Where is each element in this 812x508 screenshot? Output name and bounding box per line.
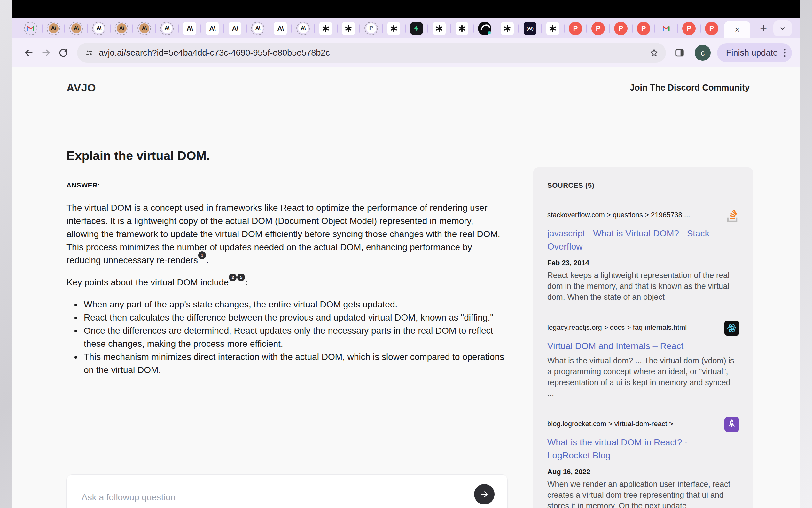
tab-divider — [337, 24, 338, 33]
browser-tab-asterisk[interactable] — [455, 18, 469, 38]
browser-tab-asterisk[interactable] — [341, 18, 356, 38]
bullet-item: React then calculates the difference bet… — [82, 311, 508, 324]
tab-divider — [269, 24, 270, 33]
source-favicon — [724, 321, 739, 336]
answer-column: Explain the virtual DOM. ANSWER: The vir… — [66, 108, 508, 377]
browser-tab-producthunt[interactable]: P — [704, 18, 719, 38]
new-tab-button[interactable]: + — [760, 22, 767, 35]
url-text[interactable]: avjo.ai/search?id=5e4ba4dd-c73c-4690-955… — [99, 48, 646, 58]
site-settings-icon[interactable] — [85, 48, 94, 57]
submit-followup-button[interactable] — [474, 484, 494, 505]
source-snippet: React keeps a lightweight representation… — [547, 270, 739, 302]
browser-tab-claude-white-dashed[interactable]: A\ — [296, 18, 311, 38]
claude-icon: A\ — [119, 25, 124, 32]
bullet-item: When any part of the app's state changes… — [82, 298, 508, 311]
reload-button[interactable] — [55, 44, 72, 61]
browser-tab-producthunt[interactable]: P — [591, 18, 606, 38]
url-bar[interactable]: avjo.ai/search?id=5e4ba4dd-c73c-4690-955… — [77, 43, 666, 63]
tab-list-chevron-button[interactable] — [773, 20, 792, 37]
asterisk-icon — [390, 25, 398, 32]
citation-badge-5[interactable]: 5 — [237, 273, 245, 281]
tab-divider — [586, 24, 587, 33]
browser-tab-claude-white-dashed[interactable]: A\ — [250, 18, 265, 38]
browser-tab-claude-dark[interactable]: (A\) — [523, 18, 537, 38]
claude-icon: A\ — [97, 25, 101, 32]
browser-tab-claude-white-dashed[interactable]: A\ — [91, 18, 106, 38]
followup-input[interactable] — [81, 475, 475, 508]
back-arrow-icon — [23, 47, 34, 58]
browser-window: A\A\A\A\A\A\A\A\A\A\A\A\P(A\)PPPPPP × + — [12, 0, 800, 508]
source-title-link[interactable]: javascript - What is Virtual DOM? - Stac… — [547, 227, 733, 253]
browser-tab-asterisk[interactable] — [386, 18, 401, 38]
dark-orb-icon — [478, 22, 491, 35]
finish-update-label: Finish update — [726, 48, 778, 58]
browser-tab-asterisk[interactable] — [432, 18, 446, 38]
browser-tab-asterisk[interactable] — [545, 18, 560, 38]
stackoverflow-icon — [724, 208, 739, 223]
claude-icon: A\ — [232, 25, 238, 32]
sources-panel: SOURCES (5) stackoverflow.com > question… — [533, 167, 753, 508]
claude-icon: A\ — [142, 25, 147, 32]
browser-tab-claude-solid[interactable]: A\ — [182, 18, 197, 38]
claude-icon: A\ — [209, 25, 216, 32]
asterisk-icon — [345, 25, 352, 32]
browser-tab-claude-solid[interactable]: A\ — [273, 18, 288, 38]
browser-tab-claude-tan-dashed[interactable]: A\ — [69, 18, 84, 38]
claude-icon: A\ — [187, 25, 193, 32]
forward-button[interactable] — [37, 44, 55, 61]
sources-list: stackoverflow.com > questions > 21965738… — [547, 208, 739, 508]
browser-tab-claude-solid[interactable]: A\ — [205, 18, 220, 38]
browser-tab-dark-orb[interactable] — [477, 18, 492, 38]
source-breadcrumb: blog.logrocket.com > virtual-dom-react > — [547, 417, 673, 429]
asterisk-icon — [322, 25, 330, 32]
profile-avatar[interactable]: c — [695, 45, 711, 61]
browser-tab-claude-tan-dashed[interactable]: A\ — [114, 18, 129, 38]
tab-divider — [155, 24, 156, 33]
browser-tab-claude-tan-dashed[interactable]: A\ — [137, 18, 151, 38]
browser-tab-producthunt[interactable]: P — [681, 18, 696, 38]
source-favicon — [724, 417, 739, 432]
citation-badge-2[interactable]: 2 — [229, 273, 237, 281]
browser-menu-icon[interactable] — [783, 48, 786, 58]
answer-label: ANSWER: — [66, 181, 508, 189]
browser-tab-asterisk[interactable] — [500, 18, 515, 38]
source-date: Feb 23, 2014 — [547, 259, 739, 267]
browser-tab-claude-tan-dashed[interactable]: A\ — [46, 18, 61, 38]
side-panel-icon — [674, 48, 685, 58]
browser-tab-gmail[interactable] — [659, 18, 674, 38]
react-icon — [724, 321, 739, 336]
citation-badge-1[interactable]: 1 — [198, 251, 206, 259]
browser-tab-gmail-dashed[interactable] — [23, 18, 38, 38]
browser-tab-bolt-dark[interactable] — [409, 18, 424, 38]
source-title-link[interactable]: What is the virtual DOM in React? - LogR… — [547, 436, 733, 462]
side-panel-button[interactable] — [671, 44, 688, 61]
source-item: legacy.reactjs.org > docs > faq-internal… — [547, 321, 739, 398]
tab-divider — [700, 24, 701, 33]
tab-divider — [654, 24, 655, 33]
tab-divider — [609, 24, 610, 33]
browser-tab-asterisk[interactable] — [319, 18, 333, 38]
screenshot-stage: A\A\A\A\A\A\A\A\A\A\A\A\P(A\)PPPPPP × + — [0, 0, 812, 508]
browser-tab-claude-white-dashed[interactable]: A\ — [159, 18, 174, 38]
source-breadcrumb: legacy.reactjs.org > docs > faq-internal… — [547, 321, 687, 332]
tab-close-icon[interactable]: × — [735, 26, 740, 34]
tab-divider — [64, 24, 65, 33]
browser-tab-p-grey-dashed[interactable]: P — [364, 18, 379, 38]
top-black-bar — [12, 0, 800, 18]
claude-dark-icon: (A\) — [527, 26, 533, 31]
browser-tab-producthunt[interactable]: P — [614, 18, 628, 38]
source-title-link[interactable]: Virtual DOM and Internals – React — [547, 339, 733, 352]
browser-tab-claude-solid[interactable]: A\ — [228, 18, 242, 38]
discord-link[interactable]: Join The Discord Community — [630, 83, 750, 93]
finish-update-button[interactable]: Finish update — [717, 43, 792, 62]
browser-tab-producthunt[interactable]: P — [568, 18, 583, 38]
back-button[interactable] — [20, 44, 37, 61]
browser-tab-producthunt[interactable]: P — [636, 18, 651, 38]
brand-logo[interactable]: AVJO — [66, 82, 96, 94]
asterisk-icon — [435, 25, 443, 32]
bookmark-button[interactable] — [646, 44, 663, 61]
product-hunt-icon: P — [614, 22, 627, 35]
product-hunt-icon: P — [637, 22, 650, 35]
active-tab[interactable]: × — [724, 21, 750, 38]
source-favicon — [724, 208, 739, 223]
